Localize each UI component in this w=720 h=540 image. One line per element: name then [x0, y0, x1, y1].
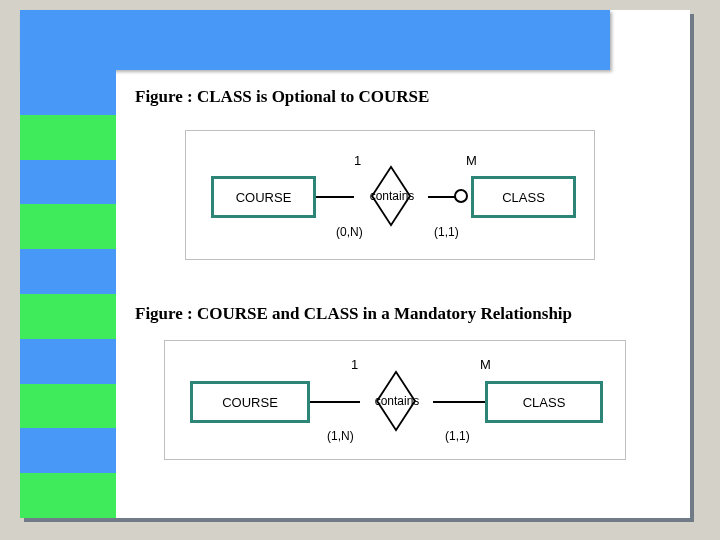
- connector-line: [310, 401, 360, 403]
- left-stripes: [20, 70, 116, 518]
- relationship-diamond: contains: [358, 178, 426, 214]
- cardinality-right-bottom: (1,1): [434, 225, 459, 239]
- stripe: [20, 70, 116, 115]
- entity-course: COURSE: [190, 381, 310, 423]
- cardinality-left-bottom: (1,N): [327, 429, 354, 443]
- connector-line: [428, 196, 456, 198]
- entity-label: CLASS: [502, 190, 545, 205]
- entity-label: COURSE: [222, 395, 278, 410]
- connector-line: [433, 401, 485, 403]
- stripe: [20, 115, 116, 160]
- cardinality-right-top: M: [480, 357, 491, 372]
- stripe: [20, 384, 116, 429]
- figure1-diagram: COURSE CLASS contains 1 M (0,N) (1,1): [185, 130, 595, 260]
- relationship-label: contains: [370, 189, 415, 203]
- header-bar: [20, 10, 610, 70]
- figure2-caption: Figure : COURSE and CLASS in a Mandatory…: [135, 304, 572, 324]
- cardinality-right-bottom: (1,1): [445, 429, 470, 443]
- stripe: [20, 473, 116, 518]
- relationship-diamond: contains: [363, 383, 431, 419]
- stripe: [20, 294, 116, 339]
- stripe: [20, 339, 116, 384]
- figure1-caption: Figure : CLASS is Optional to COURSE: [135, 87, 429, 107]
- cardinality-left-top: 1: [354, 153, 361, 168]
- connector-line: [316, 196, 354, 198]
- cardinality-right-top: M: [466, 153, 477, 168]
- entity-label: CLASS: [523, 395, 566, 410]
- stripe: [20, 428, 116, 473]
- relationship-label: contains: [375, 394, 420, 408]
- entity-course: COURSE: [211, 176, 316, 218]
- cardinality-left-top: 1: [351, 357, 358, 372]
- stripe: [20, 160, 116, 205]
- entity-label: COURSE: [236, 190, 292, 205]
- stripe: [20, 249, 116, 294]
- entity-class: CLASS: [485, 381, 603, 423]
- stripe: [20, 204, 116, 249]
- figure2-diagram: COURSE CLASS contains 1 M (1,N) (1,1): [164, 340, 626, 460]
- entity-class: CLASS: [471, 176, 576, 218]
- main-panel: Figure : CLASS is Optional to COURSE COU…: [20, 10, 690, 518]
- optional-circle-icon: [454, 189, 468, 203]
- cardinality-left-bottom: (0,N): [336, 225, 363, 239]
